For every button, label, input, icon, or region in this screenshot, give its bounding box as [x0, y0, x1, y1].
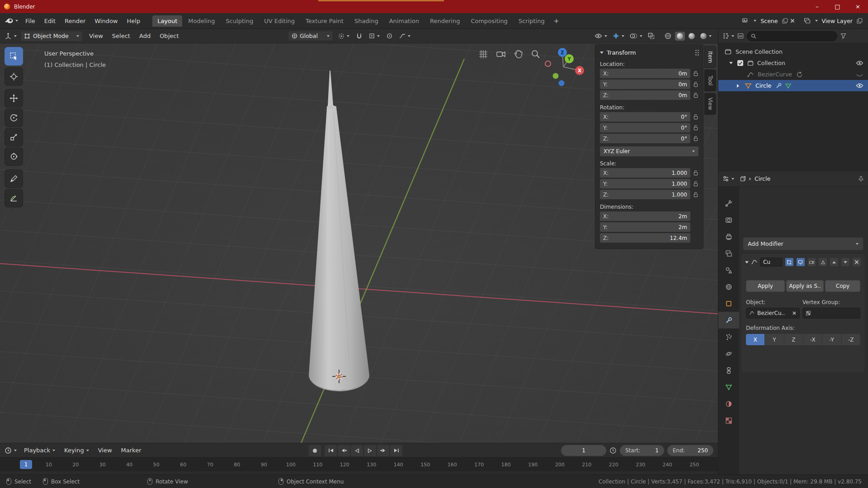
- auto-keyframe-clock-icon[interactable]: [609, 447, 617, 454]
- workspace-tab[interactable]: UV Editing: [259, 15, 300, 27]
- outliner-search[interactable]: [747, 31, 837, 41]
- outliner-row-circle[interactable]: Circle: [718, 80, 868, 91]
- snap-toggle-button[interactable]: [354, 32, 364, 41]
- viewport-menu-item[interactable]: Select: [108, 29, 135, 43]
- lock-icon[interactable]: [693, 70, 698, 76]
- record-button[interactable]: [309, 445, 321, 456]
- modifier-expand-arrow[interactable]: [745, 261, 749, 263]
- beziercurve-visibility-eye-icon[interactable]: [856, 72, 863, 77]
- tool-rotate[interactable]: [5, 108, 23, 127]
- tab-modifiers[interactable]: [718, 312, 739, 328]
- apply-button[interactable]: Apply: [746, 280, 785, 292]
- viewport[interactable]: User Perspective (1) Collection | Circle: [0, 43, 718, 443]
- lock-icon[interactable]: [693, 170, 698, 176]
- sidebar-tab-tool[interactable]: Tool: [704, 70, 716, 91]
- tab-world[interactable]: [718, 278, 739, 295]
- tab-physics[interactable]: [718, 345, 739, 362]
- viewport-menu-item[interactable]: View: [85, 29, 108, 43]
- tool-scale[interactable]: [5, 128, 23, 146]
- display-mode-icon[interactable]: [737, 33, 744, 39]
- lock-icon[interactable]: [693, 81, 698, 87]
- tab-view-layer[interactable]: [718, 245, 739, 262]
- deformation-axis-button[interactable]: -Z: [842, 334, 860, 345]
- viewport-menu-item[interactable]: Object: [155, 29, 183, 43]
- orientation-dropdown[interactable]: Global: [288, 31, 333, 41]
- shading-rendered-button[interactable]: [698, 32, 713, 41]
- jump-to-start-button[interactable]: [325, 445, 337, 456]
- toggle-xray-button[interactable]: [646, 31, 656, 41]
- panel-drag-dots-icon[interactable]: [695, 50, 697, 51]
- circle-expand-arrow[interactable]: [737, 84, 739, 88]
- outliner-editor-type-button[interactable]: [722, 33, 734, 39]
- menu-item[interactable]: Edit: [40, 13, 60, 28]
- jump-to-end-button[interactable]: [390, 445, 402, 456]
- tool-annotate[interactable]: [5, 169, 23, 188]
- outliner-row-scene-collection[interactable]: Scene Collection: [718, 46, 868, 57]
- cone-mesh-object[interactable]: [271, 63, 407, 398]
- show-overlays-button[interactable]: [628, 32, 644, 40]
- workspace-tab[interactable]: Rendering: [425, 15, 465, 27]
- collection-visibility-eye-icon[interactable]: [856, 61, 863, 66]
- modifier-cage-toggle[interactable]: [818, 258, 827, 267]
- add-modifier-dropdown[interactable]: Add Modifier: [743, 237, 863, 250]
- shading-wireframe-button[interactable]: [663, 31, 673, 41]
- new-view-layer-icon[interactable]: [857, 18, 863, 24]
- lock-icon[interactable]: [693, 192, 698, 197]
- scene-name[interactable]: Scene: [760, 18, 778, 24]
- proportional-editing-button[interactable]: [385, 32, 394, 40]
- workspace-tab[interactable]: Scripting: [514, 15, 550, 27]
- workspace-tab[interactable]: Compositing: [466, 15, 513, 27]
- modifier-move-up-button[interactable]: [830, 258, 839, 267]
- workspace-tab[interactable]: Shading: [349, 15, 383, 27]
- shading-material-button[interactable]: [687, 32, 697, 41]
- tab-material[interactable]: [718, 395, 739, 412]
- outliner-row-beziercurve[interactable]: BezierCurve: [718, 69, 868, 80]
- lock-icon[interactable]: [693, 125, 698, 131]
- tab-object-data[interactable]: [718, 379, 739, 395]
- tab-scene[interactable]: [718, 262, 739, 278]
- previous-keyframe-button[interactable]: [338, 445, 350, 456]
- camera-view-button[interactable]: [495, 48, 507, 61]
- copy-button[interactable]: Copy: [825, 280, 860, 292]
- toggle-perspective-button[interactable]: [477, 48, 489, 61]
- pan-view-button[interactable]: [513, 48, 524, 61]
- outliner-row-collection[interactable]: Collection: [718, 57, 868, 69]
- dimension-value-field[interactable]: X: 2m: [600, 211, 690, 221]
- collection-expand-arrow[interactable]: [729, 62, 733, 64]
- timeline-editor-type-button[interactable]: [5, 447, 17, 454]
- rotation-value-field[interactable]: X: 0°: [600, 112, 690, 122]
- minimize-button[interactable]: –: [807, 0, 827, 13]
- show-gizmo-button[interactable]: [611, 31, 626, 41]
- lock-icon[interactable]: [693, 114, 698, 120]
- shading-solid-button[interactable]: [675, 32, 685, 41]
- editor-type-button[interactable]: [5, 33, 17, 40]
- rotation-value-field[interactable]: Y: 0°: [600, 123, 690, 132]
- deformation-axis-button[interactable]: Z: [784, 334, 803, 345]
- modifier-move-down-button[interactable]: [841, 258, 850, 267]
- filter-icon[interactable]: [840, 33, 846, 39]
- tool-measure[interactable]: [5, 189, 23, 207]
- play-reverse-button[interactable]: [351, 445, 363, 456]
- scale-value-field[interactable]: Z: 1.000: [600, 190, 690, 199]
- modifier-realtime-toggle[interactable]: [796, 258, 805, 267]
- timeline-menu-item[interactable]: Playback: [19, 443, 60, 457]
- vertex-group-field[interactable]: [802, 308, 860, 319]
- deformation-axis-button[interactable]: X: [746, 334, 764, 345]
- view-layer-icon[interactable]: [804, 18, 811, 24]
- tab-texture[interactable]: [718, 412, 739, 429]
- view-layer-name[interactable]: View Layer: [822, 18, 853, 24]
- current-frame-field[interactable]: 1: [561, 445, 606, 456]
- pivot-point-button[interactable]: [336, 32, 351, 41]
- chevron-down-icon[interactable]: [815, 20, 818, 22]
- sidebar-tab-item[interactable]: Item: [704, 46, 716, 68]
- scale-value-field[interactable]: X: 1.000: [600, 168, 690, 178]
- tab-constraints[interactable]: [718, 362, 739, 379]
- tab-object[interactable]: [718, 295, 739, 312]
- timeline-ruler[interactable]: 1 10203040506070809010011012013014015016…: [0, 457, 718, 471]
- deformation-axis-button[interactable]: Y: [765, 334, 783, 345]
- timeline-menu-item[interactable]: View: [94, 443, 117, 457]
- workspace-tab[interactable]: Animation: [384, 15, 424, 27]
- new-scene-icon[interactable]: [782, 18, 788, 24]
- viewport-menu-item[interactable]: Add: [135, 29, 155, 43]
- tool-move[interactable]: [5, 89, 23, 108]
